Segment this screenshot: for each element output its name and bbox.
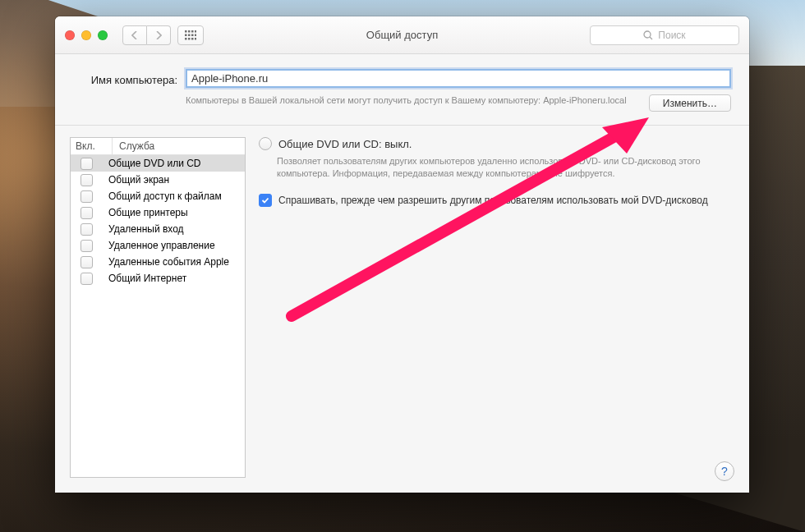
service-row[interactable]: Удаленный вход [71, 221, 245, 237]
service-status-radio[interactable] [259, 137, 272, 150]
minimize-window-button[interactable] [81, 30, 91, 40]
service-checkbox[interactable] [80, 256, 93, 268]
zoom-window-button[interactable] [98, 30, 108, 40]
service-checkbox[interactable] [80, 207, 93, 219]
service-name: Общие DVD или CD [102, 158, 201, 169]
sharing-preferences-window: Общий доступ Поиск Имя компьютера: Компь… [55, 16, 749, 493]
chevron-left-icon [131, 31, 138, 39]
svg-rect-8 [185, 38, 187, 40]
svg-rect-1 [188, 30, 191, 33]
service-name: Общий Интернет [102, 273, 186, 284]
service-name: Удаленные события Apple [102, 256, 229, 268]
svg-rect-11 [195, 38, 196, 40]
service-row[interactable]: Общие принтеры [71, 204, 245, 221]
service-row[interactable]: Общий экран [71, 172, 245, 188]
svg-rect-2 [191, 30, 194, 33]
body-area: Вкл. Служба Общие DVD или CDОбщий экранО… [55, 126, 749, 493]
service-checkbox[interactable] [80, 190, 93, 203]
service-checkbox[interactable] [80, 273, 93, 285]
svg-line-13 [650, 37, 652, 39]
service-name: Удаленное управление [102, 240, 215, 251]
window-controls [65, 30, 108, 40]
ask-permission-checkbox[interactable] [259, 194, 272, 207]
svg-rect-10 [191, 38, 194, 40]
checkmark-icon [261, 196, 269, 204]
service-name: Общий экран [102, 174, 169, 186]
service-name: Удаленный вход [102, 223, 184, 235]
close-window-button[interactable] [65, 30, 75, 40]
service-row[interactable]: Общий доступ к файлам [71, 188, 245, 204]
service-detail: Общие DVD или CD: выкл. Позволяет пользо… [259, 137, 734, 478]
service-row[interactable]: Удаленное управление [71, 237, 245, 254]
services-table-header: Вкл. Служба [71, 138, 245, 155]
service-detail-title: Общие DVD или CD: выкл. [278, 138, 412, 150]
svg-rect-7 [195, 34, 196, 36]
svg-rect-3 [195, 30, 196, 33]
col-header-service[interactable]: Служба [113, 138, 245, 154]
service-detail-description: Позволяет пользователям других компьютер… [277, 155, 734, 181]
svg-point-12 [644, 31, 651, 38]
show-all-button[interactable] [177, 25, 204, 45]
service-checkbox[interactable] [80, 240, 93, 252]
svg-rect-0 [185, 30, 187, 33]
computer-name-subtext: Компьютеры в Вашей локальной сети могут … [186, 94, 639, 112]
service-name: Общий доступ к файлам [102, 190, 222, 202]
search-icon [643, 30, 653, 40]
col-header-on[interactable]: Вкл. [71, 138, 113, 154]
svg-rect-6 [191, 34, 194, 36]
help-button[interactable]: ? [715, 461, 734, 481]
service-row[interactable]: Общий Интернет [71, 270, 245, 287]
service-row[interactable]: Общие DVD или CD [71, 155, 245, 172]
titlebar: Общий доступ Поиск [55, 16, 749, 54]
service-checkbox[interactable] [80, 223, 93, 236]
svg-rect-5 [188, 34, 191, 36]
grid-icon [185, 30, 196, 40]
svg-rect-4 [185, 34, 187, 36]
services-table: Вкл. Служба Общие DVD или CDОбщий экранО… [70, 137, 246, 478]
service-checkbox[interactable] [80, 174, 93, 186]
chevron-right-icon [155, 31, 162, 39]
service-checkbox[interactable] [80, 158, 93, 170]
service-row[interactable]: Удаленные события Apple [71, 254, 245, 270]
computer-name-input[interactable] [186, 69, 731, 88]
back-button[interactable] [122, 25, 147, 45]
computer-name-label: Имя компьютера: [73, 74, 177, 86]
header-area: Имя компьютера: Компьютеры в Вашей локал… [55, 54, 749, 126]
search-input[interactable]: Поиск [590, 25, 739, 45]
svg-rect-9 [188, 38, 191, 40]
forward-button[interactable] [147, 25, 171, 45]
services-list: Общие DVD или CDОбщий экранОбщий доступ … [71, 155, 245, 287]
service-name: Общие принтеры [102, 207, 188, 218]
search-placeholder: Поиск [658, 30, 685, 41]
ask-permission-label: Спрашивать, прежде чем разрешить другим … [278, 194, 708, 208]
edit-hostname-button[interactable]: Изменить… [649, 94, 731, 112]
